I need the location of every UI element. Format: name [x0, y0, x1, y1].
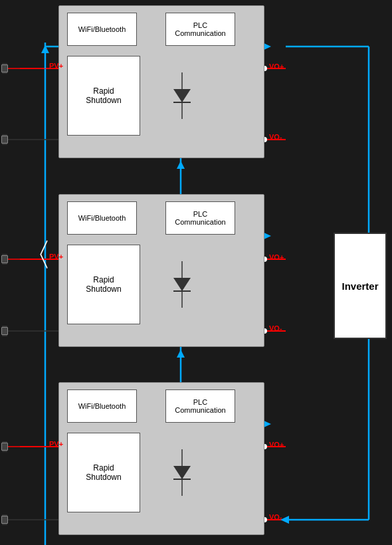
plc-communication-box-1: PLC Communication: [165, 13, 235, 46]
module-2: WiFi/Bluetooth PLC Communication Rapid S…: [58, 194, 264, 347]
wifi-bluetooth-box-2: WiFi/Bluetooth: [67, 201, 137, 235]
diode-1: [159, 66, 205, 126]
rapid-shutdown-box-3: Rapid Shutdown: [67, 433, 140, 512]
plc-communication-box-3: PLC Communication: [165, 389, 235, 423]
svg-marker-53: [41, 45, 49, 53]
diagram-container: WiFi/Bluetooth PLC Communication Rapid S…: [0, 0, 392, 545]
wifi-bluetooth-box-3: WiFi/Bluetooth: [67, 389, 137, 423]
diode-3: [159, 443, 205, 502]
connector-2-neg: [1, 327, 8, 335]
connector-2-pos: [1, 255, 8, 263]
connector-1-pos: [1, 64, 8, 72]
rapid-shutdown-box-2: Rapid Shutdown: [67, 245, 140, 324]
svg-marker-55: [173, 89, 191, 102]
connector-3-pos: [1, 443, 8, 451]
solar-symbol: 〈: [20, 239, 52, 271]
plc-communication-box-2: PLC Communication: [165, 201, 235, 235]
vo-plus-label-1: VO+: [269, 62, 284, 70]
vo-minus-label-2: VO-: [269, 324, 282, 332]
inverter-label: Inverter: [342, 280, 378, 292]
vo-minus-label-3: VO-: [269, 513, 282, 521]
connector-1-neg: [1, 136, 8, 144]
vo-plus-label-2: VO+: [269, 253, 284, 261]
wifi-bluetooth-box-1: WiFi/Bluetooth: [67, 13, 137, 46]
module-1: WiFi/Bluetooth PLC Communication Rapid S…: [58, 5, 264, 158]
vo-plus-label-3: VO+: [269, 441, 284, 449]
pv-plus-label-1: PV+: [49, 62, 63, 70]
rapid-shutdown-box-1: Rapid Shutdown: [67, 56, 140, 136]
connector-3-neg: [1, 516, 8, 524]
svg-marker-7: [177, 161, 185, 169]
vo-minus-label-1: VO-: [269, 133, 282, 141]
module-3: WiFi/Bluetooth PLC Communication Rapid S…: [58, 382, 264, 535]
svg-marker-61: [173, 466, 191, 479]
diode-2: [159, 255, 205, 314]
svg-marker-15: [177, 350, 185, 358]
pv-plus-label-3: PV+: [49, 440, 63, 448]
inverter-box: Inverter: [334, 233, 387, 339]
svg-marker-58: [173, 278, 191, 291]
